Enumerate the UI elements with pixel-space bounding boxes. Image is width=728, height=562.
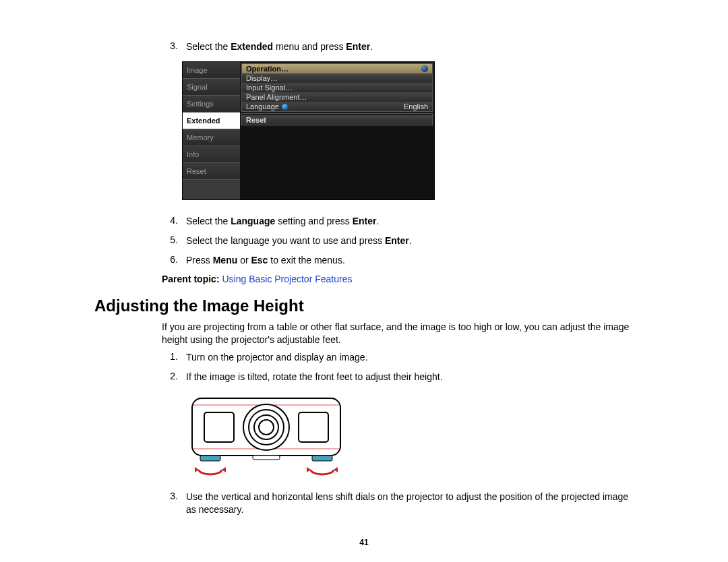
section-heading: Adjusting the Image Height [94, 296, 634, 315]
step-6: 6. Press Menu or Esc to exit the menus. [162, 254, 634, 267]
osd-left-pane: Image Signal Settings Extended Memory In… [183, 62, 240, 199]
osd-left-settings: Settings [183, 96, 240, 113]
steps-mid: 4. Select the Language setting and press… [162, 215, 634, 267]
osd-left-memory: Memory [183, 129, 240, 146]
projector-illustration [185, 390, 634, 480]
section-intro: If you are projecting from a table or ot… [162, 321, 634, 346]
step-text: Select the Extended menu and press Enter… [186, 40, 634, 53]
osd-left-image: Image [183, 62, 240, 79]
step-num: 3. [162, 40, 178, 53]
osd-spacer [240, 127, 434, 199]
osd-left-reset: Reset [183, 163, 240, 180]
svg-marker-15 [334, 467, 338, 472]
step-4: 4. Select the Language setting and press… [162, 215, 634, 228]
svg-point-6 [259, 420, 274, 435]
osd-right-pane: Operation… Display… Input Signal… Panel … [240, 62, 434, 199]
step-b1: 1. Turn on the projector and display an … [162, 351, 634, 364]
svg-marker-12 [195, 467, 199, 472]
svg-rect-9 [200, 456, 220, 461]
step-5: 5. Select the language you want to use a… [162, 235, 634, 247]
steps-bottom-2: 3. Use the vertical and horizontal lens … [162, 491, 634, 516]
steps-bottom: 1. Turn on the projector and display an … [162, 351, 634, 383]
osd-menu-screenshot: Image Signal Settings Extended Memory In… [182, 61, 435, 200]
parent-topic-link[interactable]: Using Basic Projector Features [222, 274, 352, 284]
osd-operation: Operation… [242, 64, 432, 73]
svg-marker-13 [222, 467, 226, 472]
osd-display: Display… [242, 73, 432, 83]
osd-reset-group: Reset [241, 113, 433, 125]
page-number: 41 [0, 538, 728, 547]
selection-dot-icon [421, 65, 428, 72]
osd-right-group: Operation… Display… Input Signal… Panel … [241, 63, 433, 112]
svg-rect-11 [253, 456, 280, 460]
step-b2: 2. If the image is tilted, rotate the fr… [162, 371, 634, 383]
osd-input-signal: Input Signal… [242, 83, 432, 92]
parent-topic: Parent topic: Using Basic Projector Feat… [162, 274, 634, 284]
osd-language: Language English [242, 102, 432, 111]
osd-left-info: Info [183, 146, 240, 163]
osd-left-extended: Extended [183, 113, 240, 129]
globe-icon [282, 104, 289, 111]
projector-icon [185, 390, 347, 478]
osd-panel-alignment: Panel Alignment… [242, 92, 432, 102]
steps-top: 3. Select the Extended menu and press En… [162, 40, 634, 53]
svg-rect-10 [312, 456, 332, 461]
step-b3: 3. Use the vertical and horizontal lens … [162, 491, 634, 516]
osd-reset: Reset [242, 115, 432, 125]
svg-marker-14 [307, 467, 311, 472]
step-3: 3. Select the Extended menu and press En… [162, 40, 634, 53]
osd-left-signal: Signal [183, 79, 240, 96]
